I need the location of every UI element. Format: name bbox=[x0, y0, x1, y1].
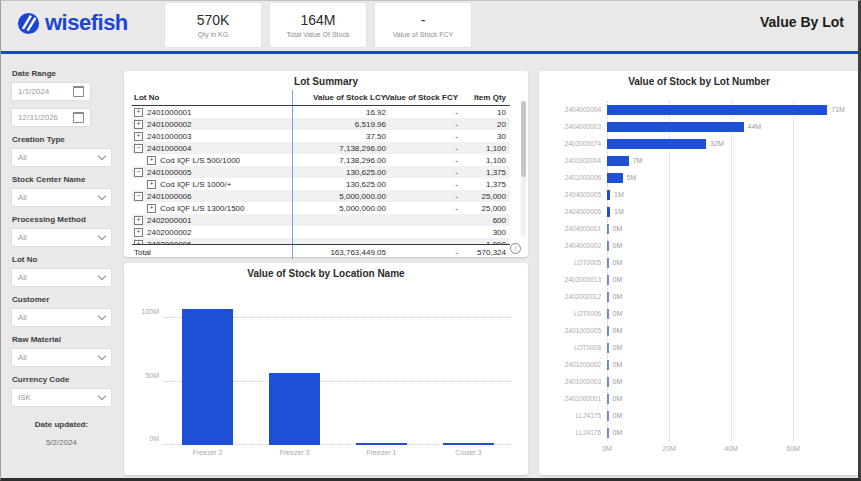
bar-value-label: 44M bbox=[748, 123, 762, 130]
bar-value-label: 1M bbox=[614, 208, 624, 215]
column-header-lot-no[interactable]: Lot No bbox=[132, 93, 292, 102]
bar-2404000003[interactable] bbox=[607, 122, 744, 132]
bar-value-label: 0M bbox=[613, 225, 623, 232]
table-row[interactable]: +2402000001600 bbox=[132, 214, 510, 226]
expand-icon[interactable]: + bbox=[147, 180, 156, 189]
table-row[interactable]: −24010000065,000,000.00-25,000 bbox=[132, 190, 510, 202]
bar-lot0005[interactable] bbox=[607, 258, 609, 268]
expand-icon[interactable]: + bbox=[134, 132, 143, 141]
y-axis-tick-label: 100M bbox=[141, 308, 159, 315]
lot-chart-x-axis: 0M20M40M60M bbox=[607, 443, 849, 455]
cell-value-lcy: 130,625.00 bbox=[292, 166, 390, 178]
calendar-icon[interactable] bbox=[73, 86, 84, 97]
table-row[interactable]: +Cod IQF L/S 1000/+130,625.00-1,375 bbox=[132, 178, 510, 190]
filter-dropdown-lot-no[interactable]: All bbox=[12, 269, 111, 286]
expand-icon[interactable]: + bbox=[134, 228, 143, 237]
cell-lot: +Cod IQF L/S 500/1000 bbox=[132, 156, 292, 165]
chevron-down-icon bbox=[98, 152, 106, 160]
bar-zone: 1M bbox=[607, 204, 849, 220]
bar-2402000012[interactable] bbox=[607, 292, 609, 302]
axis-category-label: 2402000012 bbox=[549, 293, 607, 300]
x-axis-category-label: Freezer 2 bbox=[164, 449, 251, 456]
table-row[interactable]: +Cod IQF L/S 1300/15005,000,000.00-25,00… bbox=[132, 202, 510, 214]
table-row[interactable]: +24020000061,000 bbox=[132, 238, 510, 244]
lot-bar-row: 240200007432M bbox=[549, 136, 849, 152]
bar-ll24175[interactable] bbox=[607, 411, 609, 421]
bar-lot0008[interactable] bbox=[607, 343, 609, 353]
column-header-item-qty[interactable]: Item Qty bbox=[462, 90, 510, 105]
table-scrollbar-thumb[interactable] bbox=[521, 101, 526, 177]
filter-dropdown-raw-material[interactable]: All bbox=[12, 349, 111, 366]
expand-icon[interactable]: + bbox=[147, 156, 156, 165]
filter-label: Raw Material bbox=[12, 335, 111, 344]
cell-value-fcy: - bbox=[390, 178, 462, 190]
cell-item-qty: 25,000 bbox=[462, 202, 510, 214]
collapse-icon[interactable]: − bbox=[134, 168, 143, 177]
lot-no-text: 2402000006 bbox=[147, 240, 192, 245]
bar-2401000006[interactable] bbox=[607, 173, 623, 183]
wisefish-logo: wisefish bbox=[17, 10, 128, 36]
table-row[interactable]: +2402000002300 bbox=[132, 226, 510, 238]
bar-2401000003[interactable] bbox=[607, 377, 609, 387]
dropdown-value: ISK bbox=[18, 393, 31, 402]
filter-dropdown-customer[interactable]: All bbox=[12, 309, 111, 326]
date-input-start[interactable]: 1/1/2024 bbox=[12, 83, 90, 100]
table-row[interactable]: +240100000337.50-30 bbox=[132, 130, 510, 142]
lot-no-text: 2402000001 bbox=[147, 216, 192, 225]
cell-value-lcy bbox=[292, 238, 390, 244]
bar-ll24176[interactable] bbox=[607, 428, 609, 438]
table-row[interactable]: −24010000047,138,296.00-1,100 bbox=[132, 142, 510, 154]
lot-bar-row: LOT00050M bbox=[549, 255, 849, 271]
x-axis-category-label: Freezer 3 bbox=[251, 449, 338, 456]
bar-2401000005[interactable] bbox=[607, 326, 609, 336]
table-row[interactable]: +Cod IQF L/S 500/10007,138,296.00-1,100 bbox=[132, 154, 510, 166]
collapse-icon[interactable]: − bbox=[134, 192, 143, 201]
table-row[interactable]: +240100000116.92-10 bbox=[132, 106, 510, 118]
lot-bar-row: 24040000020M bbox=[549, 238, 849, 254]
wisefish-logo-icon bbox=[17, 12, 40, 35]
bar-2401000002[interactable] bbox=[607, 360, 609, 370]
bar-2402000074[interactable] bbox=[607, 139, 706, 149]
table-row[interactable]: −2401000005130,625.00-1,375 bbox=[132, 166, 510, 178]
bar-value-label: 0M bbox=[613, 378, 623, 385]
expand-icon[interactable]: + bbox=[134, 216, 143, 225]
filter-group-lot-no: Lot NoAll bbox=[12, 255, 111, 286]
bar-2404000006[interactable] bbox=[607, 207, 610, 217]
bar-freezer-1[interactable] bbox=[356, 443, 406, 445]
expand-icon[interactable]: + bbox=[147, 204, 156, 213]
filter-dropdown-processing-method[interactable]: All bbox=[12, 229, 111, 246]
column-header-value-fcy[interactable]: Value of Stock FCY bbox=[390, 90, 462, 105]
filter-label: Currency Code bbox=[12, 375, 111, 384]
bar-2404000001[interactable] bbox=[607, 224, 609, 234]
bar-2404000002[interactable] bbox=[607, 241, 609, 251]
lot-bar-row: 240400000471M bbox=[549, 102, 849, 118]
collapse-icon[interactable]: − bbox=[134, 144, 143, 153]
info-icon[interactable]: i bbox=[510, 243, 521, 254]
column-header-value-lcy[interactable]: Value of Stock LCY bbox=[292, 90, 390, 105]
bar-2404000005[interactable] bbox=[607, 190, 610, 200]
expand-icon[interactable]: + bbox=[134, 120, 143, 129]
kpi-card-value-of-stock-fcy: -Value of Stock FCY bbox=[375, 3, 471, 47]
filter-dropdown-currency-code[interactable]: ISK bbox=[12, 389, 111, 406]
chevron-down-icon bbox=[98, 312, 106, 320]
filter-dropdown-stock-center-name[interactable]: All bbox=[12, 189, 111, 206]
bar-cooler-3[interactable] bbox=[443, 443, 493, 445]
cell-item-qty: 1,100 bbox=[462, 142, 510, 154]
expand-icon[interactable]: + bbox=[134, 240, 143, 245]
bar-freezer-3[interactable] bbox=[269, 373, 319, 445]
bar-lot0006[interactable] bbox=[607, 309, 609, 319]
bar-2404000004[interactable] bbox=[607, 105, 827, 115]
table-row[interactable]: +24010000026,519.96-20 bbox=[132, 118, 510, 130]
table-scrollbar[interactable] bbox=[521, 101, 526, 237]
bar-2401000001[interactable] bbox=[607, 394, 609, 404]
bar-2402000013[interactable] bbox=[607, 275, 609, 285]
axis-category-label: 2401000006 bbox=[549, 174, 607, 181]
date-value: 1/1/2024 bbox=[18, 87, 49, 96]
bar-2401000004[interactable] bbox=[607, 156, 629, 166]
filter-dropdown-creation-type[interactable]: All bbox=[12, 149, 111, 166]
bar-zone: 5M bbox=[607, 170, 849, 186]
date-input-end[interactable]: 12/31/2026 bbox=[12, 109, 90, 126]
calendar-icon[interactable] bbox=[73, 112, 84, 123]
bar-freezer-2[interactable] bbox=[182, 309, 232, 445]
expand-icon[interactable]: + bbox=[134, 108, 143, 117]
